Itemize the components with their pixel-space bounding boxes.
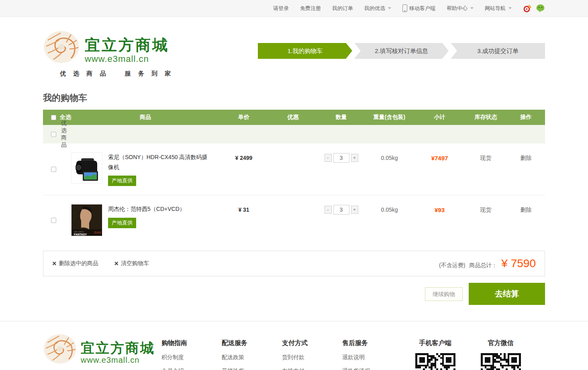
mobile-client-link[interactable]: 移动客户端 (402, 4, 435, 12)
product-image-camera[interactable] (71, 152, 102, 184)
select-all-checkbox[interactable] (51, 115, 56, 120)
footer-link[interactable]: 积分制度 (161, 354, 222, 361)
col-header-quantity: 数量 (318, 114, 364, 121)
product-title[interactable]: 周杰伦：范特西5（CD+VCD） (108, 204, 210, 214)
continue-shopping-button[interactable]: 继续购物 (425, 287, 463, 301)
col-header-action: 操作 (507, 114, 545, 121)
item-subtotal: ¥93 (414, 204, 465, 213)
step-order-submitted: 3.成功提交订单 (451, 43, 545, 59)
footer-link[interactable]: 配送政策 (222, 354, 282, 361)
item-price: ¥ 2499 (220, 152, 268, 161)
mobile-phone-icon (402, 4, 407, 12)
item-weight: 0.05kg (364, 204, 414, 213)
quantity-decrease-button[interactable]: - (325, 154, 332, 162)
col-header-weight: 重量(含包装) (364, 114, 414, 121)
footer-link[interactable]: 开箱验货 (222, 368, 282, 370)
svg-text:范特西: 范特西 (94, 231, 101, 234)
logo-url: www.e3mall.cn (85, 54, 149, 64)
logo-slogan: 优 选 商 品 服 务 到 家 (43, 70, 228, 78)
nautilus-shell-logo-icon (43, 328, 78, 365)
footer-link[interactable]: 在线支付 (282, 368, 342, 370)
my-orders-link[interactable]: 我的订单 (332, 5, 353, 12)
footer-logo-title: 宜立方商城 (81, 341, 155, 356)
group-label: 优选商品 (61, 120, 71, 149)
footer-column-delivery: 配送服务 配送政策 开箱验货 配送运费 配送范围 (222, 328, 282, 370)
cart-table: 全选 商品 单价 优惠 数量 重量(含包装) 小计 库存状态 操作 优选商品 (43, 110, 545, 245)
quantity-decrease-button[interactable]: - (325, 206, 332, 214)
site-nav-menu[interactable]: 网站导航 (485, 5, 512, 12)
step-confirm-order: 2.填写核对订单信息 (354, 43, 449, 59)
footer-column-shopping-guide: 购物指南 积分制度 会员介绍 购物流程 常见问题 (161, 328, 222, 370)
footer-logo: 宜立方商城 www.e3mall.cn (43, 328, 161, 365)
footer-link[interactable]: 退换货流程 (342, 368, 402, 370)
footer-link[interactable]: 货到付款 (282, 354, 342, 361)
svg-text:FANTASY: FANTASY (74, 233, 87, 236)
x-icon: × (114, 260, 119, 267)
step-cart: 1.我的购物车 (258, 43, 352, 59)
x-icon: × (52, 260, 57, 267)
checkout-progress-steps: 1.我的购物车 2.填写核对订单信息 3.成功提交订单 (258, 43, 545, 59)
weibo-icon[interactable] (523, 4, 532, 13)
login-link[interactable]: 请登录 (273, 5, 289, 12)
col-header-subtotal: 小计 (414, 114, 465, 121)
col-header-product: 商品 (71, 114, 220, 121)
col-header-price: 单价 (220, 114, 268, 121)
origin-direct-badge: 产地直供 (108, 218, 136, 228)
product-title[interactable]: 索尼（SONY）HDR-CX450 高清数码摄像机 (108, 152, 210, 172)
quantity-increase-button[interactable]: + (351, 154, 358, 162)
item-discount (268, 204, 318, 206)
quantity-input[interactable] (333, 205, 349, 215)
top-utility-bar: 请登录 免费注册 我的订单 我的优选 移动客户端 帮助中心 网站导航 (0, 0, 588, 17)
cart-summary-bar: × 删除选中的商品 × 清空购物车 (不含运费) 商品总计： ¥ 7590 (43, 251, 545, 276)
item-price: ¥ 31 (220, 204, 268, 213)
origin-direct-badge: 产地直供 (108, 176, 136, 186)
mobile-app-qr-code (415, 353, 455, 370)
footer-column-after-sales: 售后服务 退款说明 退换货流程 退换货政策 隐私条款 (342, 328, 402, 370)
delete-item-link[interactable]: 删除 (521, 155, 532, 161)
chevron-down-icon (470, 7, 474, 9)
quantity-stepper: - + (325, 205, 358, 215)
chevron-down-icon (388, 7, 391, 9)
item-discount (268, 152, 318, 155)
cart-item-row: JAY CHOU FANTASY 范特西 周杰伦：范特西5（CD+VCD） 产地… (43, 195, 545, 245)
footer-link[interactable]: 会员介绍 (161, 368, 222, 370)
footer-mobile-app-qr: 手机客户端 (402, 328, 468, 370)
freight-note: (不含运费) (439, 262, 465, 269)
item-stock-status: 现货 (465, 152, 507, 162)
site-header: 宜立方商城 www.e3mall.cn 优 选 商 品 服 务 到 家 1.我的… (0, 17, 588, 86)
footer-column-payment: 支付方式 货到付款 在线支付 优选卡 发票制度 (282, 328, 342, 370)
product-image-album[interactable]: JAY CHOU FANTASY 范特西 (71, 204, 102, 236)
quantity-input[interactable] (333, 153, 349, 163)
chevron-down-icon (508, 7, 512, 9)
quantity-stepper: - + (325, 153, 358, 163)
delete-selected-link[interactable]: × 删除选中的商品 (52, 260, 98, 267)
footer-link[interactable]: 退款说明 (342, 354, 402, 361)
item-stock-status: 现货 (465, 204, 507, 214)
cart-table-header: 全选 商品 单价 优惠 数量 重量(含包装) 小计 库存状态 操作 (43, 110, 545, 125)
help-center-menu[interactable]: 帮助中心 (447, 5, 474, 12)
social-icons (523, 4, 545, 13)
footer-logo-url: www.e3mall.cn (81, 356, 139, 365)
col-header-stock: 库存状态 (465, 114, 507, 121)
checkout-button[interactable]: 去结算 (469, 283, 545, 305)
wechat-icon[interactable] (536, 4, 545, 13)
delete-item-link[interactable]: 删除 (521, 206, 532, 213)
page-title: 我的购物车 (43, 92, 545, 104)
wechat-qr-code (481, 353, 521, 370)
nautilus-shell-logo-icon (43, 24, 82, 64)
vendor-group-row: 优选商品 (43, 125, 545, 143)
logo-title: 宜立方商城 (85, 37, 169, 54)
total-label: 商品总计： (469, 262, 497, 269)
item-weight: 0.05kg (364, 152, 414, 161)
quantity-increase-button[interactable]: + (351, 206, 358, 214)
group-select-checkbox[interactable] (51, 132, 56, 137)
site-logo[interactable]: 宜立方商城 www.e3mall.cn 优 选 商 品 服 务 到 家 (43, 24, 228, 78)
total-amount: ¥ 7590 (501, 258, 536, 269)
item-select-checkbox[interactable] (51, 218, 56, 223)
register-link[interactable]: 免费注册 (300, 5, 321, 12)
clear-cart-link[interactable]: × 清空购物车 (114, 260, 149, 267)
cart-item-row: 索尼（SONY）HDR-CX450 高清数码摄像机 产地直供 ¥ 2499 - … (43, 143, 545, 195)
my-picks-menu[interactable]: 我的优选 (364, 5, 391, 12)
footer-wechat-qr: 官方微信 (468, 328, 533, 370)
item-select-checkbox[interactable] (51, 167, 56, 172)
